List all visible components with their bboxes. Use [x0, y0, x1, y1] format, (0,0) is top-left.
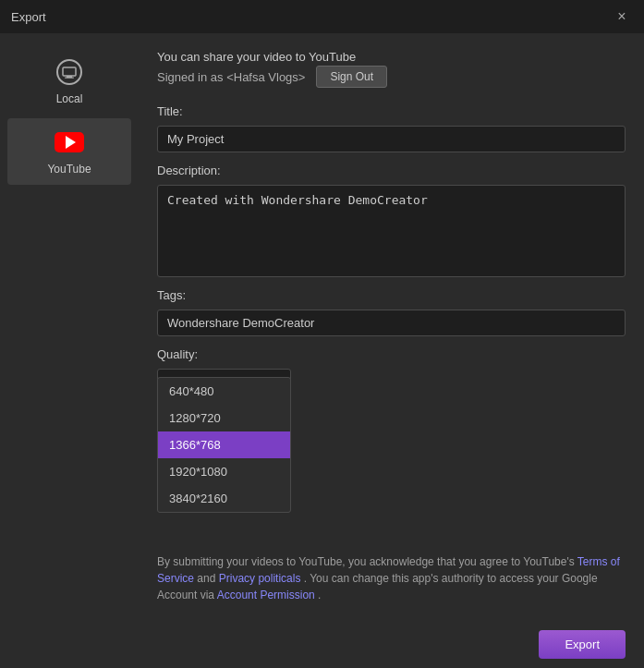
description-field-group: Description: Created with Wondershare De… — [157, 164, 626, 277]
footer-text-1: By submitting your videos to YouTube, yo… — [157, 555, 577, 568]
footer-text: By submitting your videos to YouTube, yo… — [157, 546, 626, 603]
tags-label: Tags: — [157, 288, 626, 302]
quality-option-3840[interactable]: 3840*2160 — [158, 485, 290, 512]
window-title: Export — [11, 10, 46, 24]
footer-text-4: . — [315, 589, 322, 601]
quality-option-1280[interactable]: 1280*720 — [158, 405, 290, 431]
quality-dropdown-menu: 640*480 1280*720 1366*768 1920*1080 3840… — [157, 377, 291, 513]
svg-rect-2 — [65, 78, 74, 79]
description-input[interactable]: Created with Wondershare DemoCreator — [157, 185, 626, 277]
tags-input[interactable] — [157, 310, 626, 336]
sign-out-button[interactable]: Sign Out — [316, 66, 387, 88]
bottom-bar: Export — [0, 620, 644, 668]
main-panel: You can share your video to YouTube Sign… — [139, 33, 644, 620]
quality-field-group: Quality: 1366*768 ▾ 640*480 1280*720 136… — [157, 347, 626, 395]
export-button[interactable]: Export — [539, 630, 626, 659]
sidebar-item-youtube[interactable]: YouTube — [7, 118, 131, 185]
title-label: Title: — [157, 104, 626, 118]
privacy-politics-link[interactable]: Privacy politicals — [219, 572, 301, 585]
title-bar: Export × — [0, 0, 644, 33]
tags-field-group: Tags: — [157, 288, 626, 336]
title-input[interactable] — [157, 126, 626, 152]
youtube-icon — [55, 132, 84, 152]
quality-option-1920[interactable]: 1920*1080 — [158, 458, 290, 485]
quality-option-1366[interactable]: 1366*768 — [158, 431, 290, 458]
close-button[interactable]: × — [611, 6, 633, 28]
quality-option-640[interactable]: 640*480 — [158, 378, 290, 405]
account-permission-link[interactable]: Account Permission — [217, 589, 315, 601]
youtube-play-icon — [66, 136, 76, 149]
sidebar-item-local[interactable]: Local — [7, 48, 131, 115]
svg-rect-0 — [63, 67, 76, 76]
content-area: Local YouTube You can share your video t… — [0, 33, 644, 620]
share-text-block: You can share your video to YouTube Sign… — [157, 50, 626, 93]
share-description: You can share your video to YouTube — [157, 50, 626, 64]
export-window: Export × Local — [0, 0, 644, 668]
title-field-group: Title: — [157, 104, 626, 152]
signed-in-text: Signed in as <Hafsa Vlogs> — [157, 70, 305, 84]
local-icon-wrap — [55, 57, 84, 87]
description-label: Description: — [157, 164, 626, 177]
footer-text-2: and — [194, 572, 219, 585]
sidebar-local-label: Local — [56, 92, 83, 105]
sidebar-youtube-label: YouTube — [47, 163, 91, 176]
youtube-icon-wrap — [55, 128, 84, 157]
signed-in-row: Signed in as <Hafsa Vlogs> Sign Out — [157, 66, 626, 88]
sidebar: Local YouTube — [0, 33, 139, 620]
quality-label: Quality: — [157, 347, 626, 361]
local-icon — [56, 59, 82, 85]
